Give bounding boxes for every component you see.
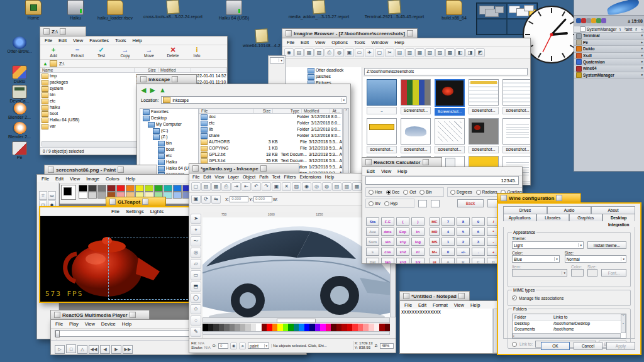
tool-icon[interactable]: ⌖: [191, 225, 201, 235]
zoom-icon[interactable]: [130, 312, 136, 318]
thumbnail[interactable]: screenshot...: [502, 79, 530, 116]
color-swatch[interactable]: [126, 185, 135, 192]
tool-icon[interactable]: ▭: [191, 270, 201, 280]
cancel-button[interactable]: Cancel: [574, 342, 602, 350]
toolbar-icon[interactable]: ◉: [302, 182, 311, 191]
palette-swatch[interactable]: [288, 324, 294, 331]
menu-item[interactable]: Help: [391, 39, 407, 46]
ok-button[interactable]: OK: [541, 342, 570, 350]
palette-swatch[interactable]: [245, 324, 251, 331]
visibility-icon[interactable]: ◉: [230, 343, 237, 349]
palette-swatch[interactable]: [315, 324, 321, 331]
palette-swatch[interactable]: [203, 324, 208, 331]
menu-item[interactable]: Edit: [297, 39, 312, 46]
menu-item[interactable]: Layer: [226, 174, 241, 180]
zoom-icon[interactable]: [423, 159, 429, 165]
back-icon[interactable]: ◀: [141, 87, 146, 93]
menu-item[interactable]: Text: [270, 174, 282, 180]
radio-button[interactable]: Degrees: [450, 190, 472, 195]
tray-icon[interactable]: [596, 18, 601, 23]
tree-item[interactable]: boot: [140, 146, 198, 153]
toolbar-button[interactable]: ✕ Delete: [162, 47, 184, 58]
thumbnail[interactable]: ..: [367, 79, 397, 116]
calc-key[interactable]: M+: [430, 248, 440, 256]
close-icon[interactable]: [140, 76, 147, 82]
calc-key[interactable]: MR: [430, 228, 440, 236]
menu-item[interactable]: Tools: [351, 39, 369, 46]
menu-item[interactable]: File: [284, 39, 297, 46]
tab[interactable]: Libraries: [536, 214, 570, 221]
menu-item[interactable]: Help: [394, 168, 410, 175]
radio-button[interactable]: Hex: [369, 190, 382, 195]
palette-swatch[interactable]: [304, 324, 310, 331]
zip-column-headers[interactable]: Name Size Modified: [40, 68, 227, 73]
tab[interactable]: Applications: [503, 214, 536, 221]
toolbar-icon[interactable]: ▢: [191, 182, 201, 191]
color-swatch[interactable]: [88, 185, 97, 192]
calc-key[interactable]: Exp: [396, 228, 409, 236]
menu-item[interactable]: Colors: [103, 175, 123, 182]
calc-key[interactable]: (: [396, 217, 409, 226]
toolbar-icon[interactable]: ▦: [415, 48, 425, 57]
glteapot-title-bar[interactable]: GLTeapot: [106, 197, 166, 206]
menu-item[interactable]: File: [52, 321, 66, 327]
forward-icon[interactable]: ▶: [150, 87, 155, 93]
calc-key[interactable]: 6: [472, 228, 485, 236]
transport-button[interactable]: ◀◀: [89, 345, 99, 354]
zoom-field[interactable]: 48%: [380, 343, 394, 349]
palette-swatch[interactable]: [251, 324, 257, 331]
toolbar-icon[interactable]: ◩: [475, 48, 485, 57]
toolbar-icon[interactable]: ✕: [282, 182, 291, 191]
zoom-icon[interactable]: [142, 199, 148, 205]
flip-icon[interactable]: ⇋: [211, 195, 221, 204]
toolbar-button[interactable]: + Add: [43, 47, 64, 58]
menu-item[interactable]: Help: [119, 321, 135, 327]
toolbar-button[interactable]: ✓ Test: [91, 47, 112, 58]
close-icon[interactable]: [54, 312, 60, 318]
palette-swatch[interactable]: [267, 324, 272, 331]
calc-key[interactable]: tan: [381, 258, 394, 264]
tree-item[interactable]: bin: [140, 140, 198, 146]
tool-icon[interactable]: ▱: [191, 259, 201, 269]
opacity-field[interactable]: 0: [218, 343, 228, 349]
toolbar-icon[interactable]: ▣: [272, 182, 281, 191]
color-swatch[interactable]: [79, 185, 87, 192]
palette-swatch[interactable]: [277, 324, 283, 331]
palette-swatch[interactable]: [369, 324, 374, 331]
close-icon[interactable]: [403, 293, 409, 299]
radio-button[interactable]: Bin: [419, 190, 431, 195]
tab[interactable]: Graphics: [569, 214, 602, 221]
toolbar-icon[interactable]: ▨: [435, 48, 445, 57]
checkbox[interactable]: Hyp: [384, 201, 398, 206]
palette-swatch[interactable]: [385, 324, 391, 331]
folder-link-row[interactable]: Desktop/boot/home/Desktop: [513, 321, 626, 326]
calc-key[interactable]: +/-: [457, 248, 470, 256]
wine-config-title-bar[interactable]: Wine configuration: [497, 193, 581, 202]
deskbar-item[interactable]: Dukto ▾: [574, 46, 644, 52]
file-row[interactable]: lib Folder 3/12/2018 8:0...: [199, 126, 342, 133]
toolbar-icon[interactable]: ▦: [211, 182, 221, 191]
menu-item[interactable]: Help: [467, 302, 483, 309]
palette-swatch[interactable]: [341, 324, 347, 331]
slider-thumb[interactable]: [55, 331, 60, 337]
toolbar-icon[interactable]: ▦: [352, 182, 362, 191]
menu-item[interactable]: Image: [83, 175, 103, 182]
tree-item[interactable]: Desktop: [140, 115, 198, 121]
imagine-address-bar[interactable]: Z:\boot\home\screenshots: [364, 68, 528, 75]
calc-key[interactable]: x^2: [396, 248, 409, 256]
menu-item[interactable]: Edit: [201, 174, 213, 180]
thumbnail[interactable]: Screenshot...: [401, 79, 431, 116]
horizontal-scrollbar[interactable]: [203, 317, 390, 323]
transport-button[interactable]: ◀: [100, 345, 110, 354]
toolbar-icon[interactable]: ▤: [201, 182, 211, 191]
menu-item[interactable]: View: [378, 168, 394, 175]
menu-item[interactable]: Options: [328, 39, 351, 46]
expander-arrow-icon[interactable]: ▾: [641, 65, 643, 71]
toolbar-icon[interactable]: ▥: [405, 48, 414, 57]
calc-key[interactable]: Sta: [366, 217, 379, 226]
font-button[interactable]: Font...: [601, 269, 626, 277]
calc-key[interactable]: MC: [430, 217, 440, 226]
palette-swatch[interactable]: [213, 324, 219, 331]
notepad-title-bar[interactable]: *Untitled - Notepad: [399, 291, 470, 300]
transport-button[interactable]: ▷: [55, 345, 65, 354]
